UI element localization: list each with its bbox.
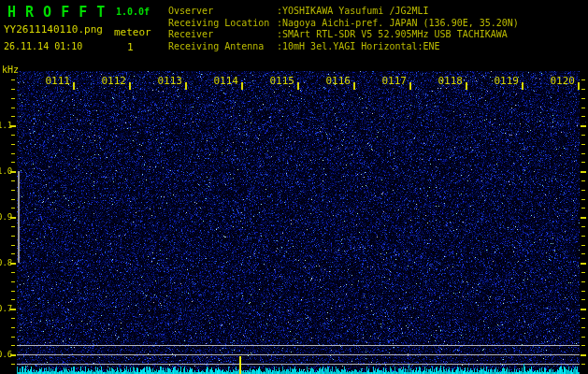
x-tick-label: 0118 <box>423 75 463 87</box>
y-tick-label: 0.9 <box>0 212 11 222</box>
y-axis-unit-label: kHz <box>2 65 19 75</box>
info-label: Receiving Location <box>168 18 277 30</box>
station-info-row: Receiving Location:Nagoya Aichi-pref. JA… <box>168 18 519 30</box>
info-value: :YOSHIKAWA Yasufumi /JG2MLI <box>277 6 429 16</box>
info-label: Ovserver <box>168 6 277 18</box>
station-info-block: Ovserver:YOSHIKAWA Yasufumi /JG2MLIRecei… <box>168 6 519 52</box>
y-tick-label: 0.7 <box>0 304 11 313</box>
app-title: H R O F F T <box>7 4 106 21</box>
x-tick-label: 0119 <box>480 75 519 87</box>
app-version: 1.0.0f <box>116 7 150 17</box>
info-label: Receiving Antenna <box>168 41 277 53</box>
capture-datetime: 26.11.14 01:10 <box>4 41 82 51</box>
info-value: :10mH 3el.YAGI Horizontal:ENE <box>277 41 440 51</box>
y-tick-label: 1.1 <box>0 121 11 130</box>
x-tick-label: 0117 <box>367 75 407 87</box>
x-tick-label: 0111 <box>31 75 70 87</box>
x-tick-label: 0120 <box>536 75 575 87</box>
x-tick-label: 0116 <box>311 75 351 87</box>
station-info-row: Receiving Antenna:10mH 3el.YAGI Horizont… <box>168 41 519 53</box>
spectrogram-canvas <box>0 0 588 374</box>
x-tick-label: 0114 <box>199 75 238 87</box>
x-tick-label: 0113 <box>143 75 182 87</box>
meteor-count: 1 <box>127 41 134 53</box>
x-tick-label: 0112 <box>87 75 126 87</box>
station-info-row: Receiver:SMArt RTL-SDR V5 52.905MHz USB … <box>168 29 519 41</box>
y-tick-label: 0.8 <box>0 258 11 267</box>
info-value: :Nagoya Aichi-pref. JAPAN (136.90E, 35.2… <box>277 18 519 28</box>
mode-label: meteor <box>114 26 151 38</box>
x-tick-label: 0115 <box>255 75 294 87</box>
y-tick-label: 0.6 <box>0 350 11 359</box>
station-info-row: Ovserver:YOSHIKAWA Yasufumi /JG2MLI <box>168 6 519 18</box>
y-tick-label: 1.0 <box>0 166 11 176</box>
info-label: Receiver <box>168 29 277 41</box>
capture-filename: YY2611140110.png <box>4 23 103 36</box>
hrofft-screen: H R O F F T 1.0.0f YY2611140110.png mete… <box>0 0 588 374</box>
info-value: :SMArt RTL-SDR V5 52.905MHz USB TACHIKAW… <box>277 29 508 39</box>
